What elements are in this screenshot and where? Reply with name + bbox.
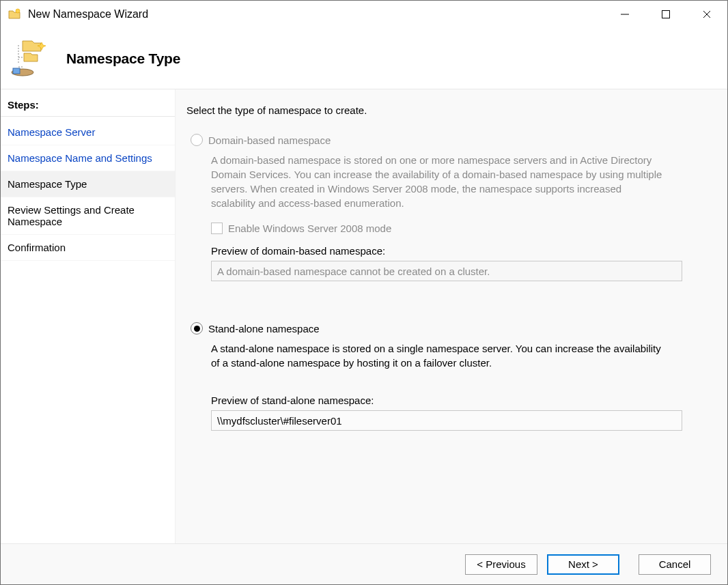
domain-radio-label: Domain-based namespace — [208, 134, 331, 146]
previous-button[interactable]: < Previous — [465, 554, 537, 575]
svg-rect-2 — [662, 11, 670, 18]
wizard-logo-icon — [9, 37, 53, 81]
domain-description: A domain-based namespace is stored on on… — [211, 153, 667, 210]
content-pane: Select the type of namespace to create. … — [176, 89, 727, 543]
instruction-text: Select the type of namespace to create. — [186, 104, 708, 116]
standalone-description: A stand-alone namespace is stored on a s… — [211, 341, 667, 370]
ws2008-checkbox — [211, 223, 223, 234]
steps-sidebar: Steps: Namespace Server Namespace Name a… — [1, 89, 176, 543]
domain-radio-row: Domain-based namespace — [191, 134, 708, 146]
page-heading: Namespace Type — [66, 51, 180, 67]
window-title: New Namespace Wizard — [28, 8, 604, 20]
next-button[interactable]: Next > — [547, 554, 619, 575]
domain-option-block: Domain-based namespace A domain-based na… — [191, 134, 708, 281]
standalone-option-block: Stand-alone namespace A stand-alone name… — [191, 322, 708, 431]
wizard-window: New Namespace Wizard — [0, 0, 728, 585]
step-namespace-server[interactable]: Namespace Server — [1, 119, 175, 145]
step-review-create: Review Settings and Create Namespace — [1, 197, 175, 235]
minimize-button[interactable] — [604, 1, 645, 28]
app-icon — [8, 8, 21, 21]
close-button[interactable] — [686, 1, 727, 28]
standalone-radio-label: Stand-alone namespace — [208, 323, 320, 334]
step-namespace-name-settings[interactable]: Namespace Name and Settings — [1, 145, 175, 171]
step-namespace-type[interactable]: Namespace Type — [1, 171, 175, 197]
svg-point-0 — [16, 9, 20, 13]
wizard-footer: < Previous Next > Cancel — [1, 543, 727, 584]
domain-preview-box: A domain-based namespace cannot be creat… — [211, 261, 682, 281]
step-confirmation: Confirmation — [1, 235, 175, 261]
standalone-radio-row[interactable]: Stand-alone namespace — [191, 322, 708, 334]
wizard-body: Steps: Namespace Server Namespace Name a… — [1, 89, 727, 543]
standalone-preview-label: Preview of stand-alone namespace: — [211, 395, 708, 406]
cancel-button[interactable]: Cancel — [639, 554, 711, 575]
maximize-button[interactable] — [645, 1, 686, 28]
standalone-preview-box: \\mydfscluster\#fileserver01 — [211, 410, 682, 431]
ws2008-checkbox-row: Enable Windows Server 2008 mode — [211, 223, 708, 234]
domain-preview-label: Preview of domain-based namespace: — [211, 245, 708, 257]
domain-radio — [191, 134, 203, 146]
steps-label: Steps: — [1, 95, 175, 117]
header-band: Namespace Type — [1, 28, 727, 89]
standalone-radio[interactable] — [191, 322, 203, 334]
titlebar: New Namespace Wizard — [1, 1, 727, 28]
svg-rect-9 — [13, 68, 20, 74]
window-controls — [604, 1, 727, 28]
ws2008-checkbox-label: Enable Windows Server 2008 mode — [228, 223, 391, 234]
